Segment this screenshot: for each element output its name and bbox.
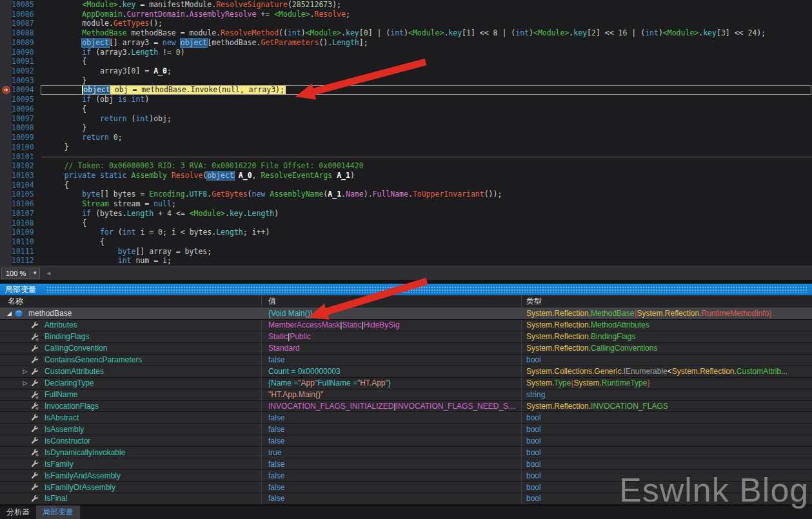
- code-line[interactable]: 10093}: [0, 76, 812, 86]
- locals-name-cell[interactable]: IsDynamicallyInvokable: [0, 447, 262, 458]
- breakpoint-margin[interactable]: [0, 19, 12, 28]
- locals-row[interactable]: IsFamilyfalsebool: [0, 458, 812, 470]
- code-line[interactable]: 10102// Token: 0x06000003 RID: 3 RVA: 0x…: [0, 161, 812, 171]
- locals-type-cell[interactable]: string: [522, 389, 812, 400]
- code-editor[interactable]: 10085<Module>.key = manifestModule.Resol…: [0, 0, 812, 266]
- code-line[interactable]: 10092array3[0] = A_0;: [0, 66, 812, 76]
- locals-value-cell[interactable]: false: [262, 435, 522, 446]
- locals-name-cell[interactable]: Attributes: [0, 320, 262, 331]
- locals-type-cell[interactable]: System.Reflection.BindingFlags: [522, 331, 812, 342]
- locals-type-cell[interactable]: bool: [522, 424, 812, 435]
- breakpoint-margin[interactable]: [0, 171, 12, 181]
- locals-row[interactable]: IsConstructorfalsebool: [0, 435, 812, 447]
- locals-type-cell[interactable]: System.Reflection.INVOCATION_FLAGS: [522, 401, 812, 412]
- locals-type-cell[interactable]: System.Collections.Generic.IEnumerable<S…: [522, 366, 812, 377]
- breakpoint-margin[interactable]: [0, 256, 12, 266]
- locals-value-cell[interactable]: {Void Main()}: [262, 308, 522, 319]
- locals-value-cell[interactable]: Static | Public: [262, 331, 522, 342]
- locals-type-cell[interactable]: bool: [522, 435, 812, 446]
- locals-row[interactable]: IsAbstractfalsebool: [0, 412, 812, 424]
- breakpoint-margin[interactable]: [0, 152, 12, 162]
- locals-row[interactable]: methodBase{Void Main()}System.Reflection…: [0, 308, 812, 320]
- breakpoint-margin[interactable]: [0, 133, 12, 142]
- locals-name-cell[interactable]: IsAbstract: [0, 412, 262, 423]
- locals-row[interactable]: BindingFlagsStatic | PublicSystem.Reflec…: [0, 331, 812, 343]
- breakpoint-margin[interactable]: [0, 123, 12, 133]
- code-line[interactable]: 10112int num = i;: [0, 256, 812, 266]
- locals-name-cell[interactable]: BindingFlags: [0, 331, 262, 342]
- code-line[interactable]: 10094object obj = methodBase.Invoke(null…: [0, 85, 812, 95]
- locals-value-cell[interactable]: false: [262, 458, 522, 469]
- locals-row[interactable]: IsFamilyAndAssemblyfalsebool: [0, 470, 812, 482]
- breakpoint-margin[interactable]: [0, 181, 12, 190]
- breakpoint-margin[interactable]: [0, 228, 12, 237]
- code-line[interactable]: 10096{: [0, 104, 812, 114]
- locals-value-cell[interactable]: "HT.App.Main()": [262, 389, 522, 400]
- breakpoint-margin[interactable]: [0, 28, 12, 38]
- code-line[interactable]: 10095if (obj is int): [0, 95, 812, 104]
- scrollbar-left-arrow-icon[interactable]: ◄: [45, 269, 52, 277]
- code-line[interactable]: 10097return (int)obj;: [0, 114, 812, 124]
- locals-value-cell[interactable]: false: [262, 412, 522, 423]
- code-line[interactable]: 10099return 0;: [0, 133, 812, 142]
- code-line[interactable]: 10085<Module>.key = manifestModule.Resol…: [0, 0, 812, 10]
- locals-name-cell[interactable]: InvocationFlags: [0, 401, 262, 412]
- locals-value-cell[interactable]: true: [262, 447, 522, 458]
- locals-name-cell[interactable]: FullName: [0, 389, 262, 400]
- locals-row[interactable]: CallingConventionStandardSystem.Reflecti…: [0, 343, 812, 355]
- locals-row[interactable]: InvocationFlagsINVOCATION_FLAGS_INITIALI…: [0, 401, 812, 413]
- breakpoint-margin[interactable]: [0, 199, 12, 209]
- locals-name-cell[interactable]: IsAssembly: [0, 424, 262, 435]
- locals-type-cell[interactable]: bool: [522, 458, 812, 469]
- code-line[interactable]: 10109for (int i = 0; i < bytes.Length; i…: [0, 228, 812, 237]
- breakpoint-margin[interactable]: [0, 209, 12, 219]
- chevron-down-icon[interactable]: ▼: [30, 268, 39, 279]
- locals-row[interactable]: IsFamilyOrAssemblyfalsebool: [0, 482, 812, 493]
- locals-value-cell[interactable]: Standard: [262, 343, 522, 354]
- column-header-name[interactable]: 名称: [0, 295, 262, 308]
- breakpoint-margin[interactable]: [0, 57, 12, 66]
- code-line[interactable]: 10088MethodBase methodBase = module.Reso…: [0, 28, 812, 38]
- locals-value-cell[interactable]: false: [262, 482, 522, 493]
- locals-value-cell[interactable]: MemberAccessMask | Static | HideBySig: [262, 320, 522, 331]
- breakpoint-margin[interactable]: [0, 95, 12, 104]
- locals-type-cell[interactable]: bool: [522, 447, 812, 458]
- locals-type-cell[interactable]: bool: [522, 493, 812, 504]
- locals-value-cell[interactable]: {Name = "App" FullName = "HT.App"}: [262, 378, 522, 389]
- breakpoint-margin[interactable]: [0, 76, 12, 86]
- locals-name-cell[interactable]: IsFamilyAndAssembly: [0, 470, 262, 481]
- locals-row[interactable]: FullName"HT.App.Main()"string: [0, 389, 812, 401]
- column-header-value[interactable]: 值: [262, 295, 522, 308]
- locals-value-cell[interactable]: false: [262, 493, 522, 504]
- locals-value-cell[interactable]: false: [262, 355, 522, 366]
- breakpoint-margin[interactable]: [0, 104, 12, 114]
- locals-name-cell[interactable]: ▷DeclaringType: [0, 378, 262, 389]
- breakpoint-margin[interactable]: [0, 237, 12, 247]
- code-line[interactable]: 10101: [0, 152, 812, 162]
- breakpoint-margin[interactable]: [0, 161, 12, 171]
- locals-name-cell[interactable]: IsFamily: [0, 458, 262, 469]
- code-line[interactable]: 10091{: [0, 57, 812, 66]
- locals-name-cell[interactable]: IsConstructor: [0, 435, 262, 446]
- tab-analyzer[interactable]: 分析器: [0, 505, 36, 519]
- code-line[interactable]: 10090if (array3.Length != 0): [0, 48, 812, 57]
- tab-locals[interactable]: 局部变量: [36, 505, 80, 519]
- locals-value-cell[interactable]: INVOCATION_FLAGS_INITIALIZED | INVOCATIO…: [262, 401, 522, 412]
- code-line[interactable]: 10104{: [0, 181, 812, 190]
- code-line[interactable]: 10107if (bytes.Length + 4 <= <Module>.ke…: [0, 209, 812, 219]
- breakpoint-margin[interactable]: [0, 0, 12, 10]
- locals-value-cell[interactable]: Count = 0x00000003: [262, 366, 522, 377]
- locals-name-cell[interactable]: IsFamilyOrAssembly: [0, 482, 262, 493]
- locals-name-cell[interactable]: IsFinal: [0, 493, 262, 504]
- locals-type-cell[interactable]: bool: [522, 470, 812, 481]
- locals-type-cell[interactable]: bool: [522, 355, 812, 366]
- locals-type-cell[interactable]: bool: [522, 482, 812, 493]
- collapse-arrow-icon[interactable]: ▷: [20, 368, 30, 375]
- code-line[interactable]: 10087module.GetTypes();: [0, 19, 812, 28]
- code-line[interactable]: 10100}: [0, 142, 812, 152]
- breakpoint-margin[interactable]: [0, 10, 12, 19]
- collapse-arrow-icon[interactable]: ▷: [20, 380, 30, 386]
- locals-row[interactable]: ▷CustomAttributesCount = 0x00000003Syste…: [0, 366, 812, 378]
- locals-type-cell[interactable]: bool: [522, 412, 812, 423]
- locals-name-cell[interactable]: methodBase: [0, 308, 262, 319]
